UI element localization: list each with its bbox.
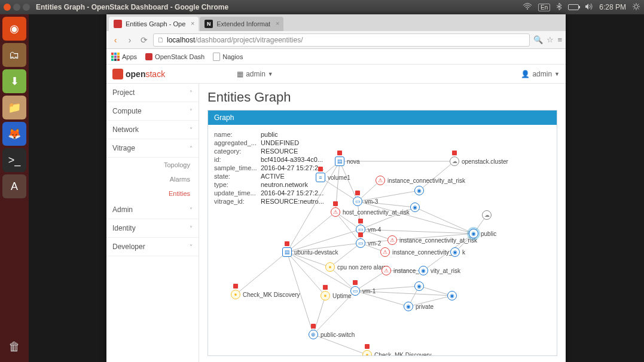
graph-node[interactable]: ⊕public-switch	[309, 330, 355, 339]
window-controls	[4, 4, 30, 11]
chevron-icon: ˅	[190, 244, 193, 250]
sidebar-item[interactable]: Topology	[106, 158, 199, 172]
chevron-down-icon: ▼	[554, 71, 560, 77]
graph-node[interactable]: ◉	[414, 281, 424, 291]
node-label: public	[481, 231, 496, 237]
launcher-app-icon[interactable]: ⬇	[2, 69, 26, 93]
window-minimize-icon[interactable]	[13, 4, 20, 11]
alert-badge-icon	[358, 219, 363, 223]
graph-node[interactable]: ◉vity_at_risk	[419, 266, 460, 275]
bookmark-item[interactable]: Nagios	[213, 53, 243, 61]
tab-close-icon[interactable]: ×	[189, 20, 196, 27]
graph-node[interactable]: ▤nova	[335, 157, 360, 166]
node-label: vity_at_risk	[431, 268, 460, 274]
reload-button[interactable]: ⟳	[139, 35, 149, 45]
gear-icon[interactable]	[632, 2, 640, 13]
sidebar-section[interactable]: Vitrage˄	[106, 139, 199, 158]
graph-node[interactable]: ⚠instance_connectivity_at_risk	[376, 176, 465, 185]
forward-button[interactable]: ›	[124, 35, 135, 45]
window-close-icon[interactable]	[4, 4, 11, 11]
entities-graph[interactable]: ▤nova☁openstack.cluster≡volume1⚠instance…	[208, 125, 557, 355]
graph-node[interactable]: ◉	[447, 291, 457, 300]
address-bar[interactable]: 🗋 localhost/dashboard/project/vitrageent…	[153, 33, 530, 47]
apps-shortcut[interactable]: Apps	[111, 53, 137, 61]
tab-title: Entities Graph - Ope	[126, 20, 185, 27]
sidebar-section[interactable]: Admin˅	[106, 201, 199, 219]
ubuntu-launcher: ◉ 🗂 ⬇ 📁 🦊 >_ A 🗑	[0, 14, 29, 362]
page-title: Entities Graph	[207, 90, 557, 105]
bookmark-star-icon[interactable]: ☆	[547, 35, 554, 44]
sidebar-section[interactable]: Developer˅	[106, 238, 199, 256]
graph-node[interactable]: ◉public	[469, 229, 496, 238]
wifi-icon[interactable]	[523, 3, 532, 12]
chrome-menu-icon[interactable]: ≡	[557, 35, 562, 44]
graph-node[interactable]: ◉k	[450, 247, 465, 257]
node-cloud-icon: ☁	[482, 210, 492, 220]
search-icon[interactable]: 🔍	[533, 35, 543, 44]
graph-node[interactable]: ●Uptime	[321, 291, 352, 300]
graph-node[interactable]: ☁	[482, 210, 492, 220]
sidebar-section-label: Project	[112, 88, 135, 97]
graph-node[interactable]: ▭vm-2	[356, 238, 381, 248]
sidebar-item[interactable]: Entities	[106, 186, 199, 201]
tab-close-icon[interactable]: ×	[274, 20, 281, 27]
node-label: vm-2	[368, 240, 381, 247]
back-button[interactable]: ‹	[110, 35, 121, 45]
launcher-app-icon[interactable]: 📁	[2, 96, 26, 119]
graph-node[interactable]: ▭vm-3	[353, 197, 378, 206]
clock[interactable]: 6:28 PM	[599, 3, 626, 11]
sidebar: Project˄Compute˅Network˅Vitrage˄Topology…	[106, 84, 199, 362]
launcher-terminal-icon[interactable]: >_	[2, 148, 26, 172]
browser-tab[interactable]: N Extended Informat ×	[200, 17, 283, 31]
keyboard-lang-indicator[interactable]: En	[538, 4, 550, 11]
window-maximize-icon[interactable]	[23, 4, 30, 11]
launcher-trash-icon[interactable]: 🗑	[2, 335, 26, 358]
main-content: Entities Graph Graph name:publicaggregat…	[199, 84, 566, 362]
graph-node[interactable]: ▭vm-1	[350, 286, 376, 296]
volume-icon[interactable]	[585, 3, 593, 12]
graph-node[interactable]: ☁openstack.cluster	[450, 157, 508, 166]
graph-node[interactable]: ●Check_MK Discovery	[231, 290, 300, 299]
graph-node[interactable]: ⚠host_connectivity_at_risk	[331, 207, 410, 217]
launcher-firefox-icon[interactable]: 🦊	[2, 122, 26, 146]
bluetooth-icon[interactable]	[556, 2, 562, 13]
ubuntu-top-panel: Entities Graph - OpenStack Dashboard - G…	[0, 0, 644, 14]
node-label: vm-3	[365, 198, 378, 205]
node-alarm-icon: ⚠	[381, 266, 391, 275]
node-label: private	[416, 303, 434, 310]
user-menu[interactable]: 👤 admin ▼	[521, 70, 560, 78]
graph-node[interactable]: ◉	[410, 203, 420, 212]
launcher-app-icon[interactable]: A	[2, 174, 26, 198]
node-alarm-icon: ⚠	[380, 247, 390, 257]
bookmark-item[interactable]: OpenStack Dash	[145, 53, 205, 60]
sidebar-section-label: Admin	[112, 205, 133, 214]
openstack-logo-icon	[112, 69, 123, 79]
openstack-logo[interactable]: openstack	[112, 69, 165, 79]
project-selector[interactable]: ▦ admin ▼	[237, 70, 273, 78]
sidebar-section[interactable]: Compute˅	[106, 102, 199, 121]
alert-badge-icon	[233, 284, 238, 289]
graph-node[interactable]: ≡volume1	[316, 173, 350, 182]
node-host-icon: ▤	[282, 247, 292, 257]
svg-point-1	[634, 5, 638, 8]
graph-node[interactable]: ◉	[414, 186, 424, 195]
sidebar-section[interactable]: Project˄	[106, 84, 199, 102]
sidebar-section[interactable]: Identity˅	[106, 219, 199, 238]
graph-node[interactable]: ●cpu non zero alarm	[325, 262, 389, 272]
graph-node[interactable]: ⚠instance_connectivity_e	[380, 247, 456, 257]
graph-node[interactable]: ⚠instance_connectivity_at_risk	[387, 235, 477, 245]
browser-tab[interactable]: Entities Graph - Ope ×	[109, 17, 199, 31]
bookmark-label: Nagios	[222, 53, 243, 60]
launcher-files-icon[interactable]: 🗂	[2, 43, 26, 67]
battery-icon[interactable]	[568, 4, 579, 10]
launcher-ubuntu-icon[interactable]: ◉	[2, 17, 26, 41]
graph-node[interactable]: ●Check_MK Discovery	[362, 350, 432, 356]
sidebar-section-label: Identity	[112, 224, 136, 232]
graph-node[interactable]: ◉private	[404, 302, 434, 311]
graph-node[interactable]: ▤ubuntu-devstack	[282, 247, 338, 257]
node-switch-icon: ⊕	[309, 330, 318, 339]
sidebar-section[interactable]: Network˅	[106, 121, 199, 139]
sidebar-item[interactable]: Alarms	[106, 172, 199, 186]
node-label: k	[462, 249, 465, 256]
node-label: vm-4	[368, 226, 381, 233]
